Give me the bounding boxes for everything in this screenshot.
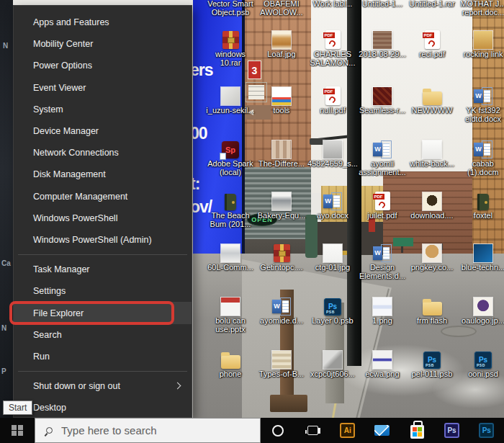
desktop-icon-adobe-spark-local[interactable]: SpAdobe Spark (local): [204, 135, 256, 176]
word-icon: W: [356, 135, 408, 158]
desktop-icon-pel-011-psb[interactable]: PsPSBpel-011.psb: [406, 346, 458, 379]
img-icon: [457, 292, 504, 316]
taskbar-photoshop-alt-button[interactable]: Ps: [469, 418, 504, 443]
desktop-icon-cabab-1-docm[interactable]: Wcabab (1).docm: [457, 135, 504, 176]
menu-item-network-connections[interactable]: Network Connections: [14, 142, 192, 164]
desktop-icon-45824659-s[interactable]: 45824659_s...: [307, 135, 359, 169]
menu-item-run[interactable]: Run: [14, 346, 192, 367]
desktop-icon-pngkey-co[interactable]: pngkey.co...: [406, 239, 458, 272]
desktop-icon-60l-comm[interactable]: 60L-Comm...: [204, 239, 256, 272]
img-icon: [307, 239, 359, 262]
taskbar-illustrator-button[interactable]: Ai: [330, 418, 365, 443]
desktop-icon-label: 45824659_s...: [307, 160, 359, 169]
taskbar-mail-button[interactable]: [365, 418, 400, 443]
desktop-icon-bakery-equ[interactable]: Bakery-Equ...: [256, 187, 307, 220]
desktop-icon-ayomii-assignment[interactable]: Wayomii assignment...: [356, 135, 408, 176]
menu-item-device-manager[interactable]: Device Manager: [14, 120, 192, 142]
desktop-icon-obafemi-awolow[interactable]: OBAFEMI AWOLOW...: [256, 0, 307, 17]
desktop-icon-ooni-psd[interactable]: PsPSDooni.psd: [457, 346, 504, 379]
desktop-icon-label: blue-techn...: [457, 264, 504, 272]
desktop-icon-xcpc0jt606[interactable]: xcpc0jt606...: [307, 346, 359, 379]
taskbar-microsoft-store-button[interactable]: [400, 418, 434, 443]
pdf-icon: PDF: [406, 26, 458, 49]
taskbar-cortana-button[interactable]: [261, 418, 295, 443]
menu-item-disk-management[interactable]: Disk Management: [14, 164, 192, 185]
desktop-icon-seamless-r[interactable]: Seamless-r...: [356, 82, 408, 115]
desktop-icon-foxtel[interactable]: foxtel: [457, 187, 504, 220]
chevron-right-icon: [174, 382, 181, 390]
desktop-icon-rocking-link[interactable]: rocking link: [457, 26, 504, 59]
desktop-icon-ayo-docx[interactable]: Wayo.docx: [307, 187, 359, 220]
start-button[interactable]: [0, 418, 35, 443]
ps-icon: PsPSB: [307, 292, 359, 316]
desktop-icon-label: 2018-08-29...: [356, 50, 408, 59]
menu-item-computer-management[interactable]: Computer Management: [14, 186, 192, 207]
pdf-icon: PDF: [307, 26, 359, 49]
desktop-icon-the-differe[interactable]: The-Differe...: [256, 135, 307, 169]
desktop-icon-blue-techn[interactable]: blue-techn...: [457, 239, 504, 272]
desktop-icon-juilet-pdf[interactable]: PDFjuilet.pdf: [356, 187, 408, 220]
menu-item-windows-powershell-admin[interactable]: Windows PowerShell (Admin): [14, 229, 192, 251]
desktop-icon-ayomide-d[interactable]: Wayomide.d...: [256, 292, 307, 326]
desktop-icon-work-labl[interactable]: Work labl...: [307, 0, 359, 9]
menu-item-shut-down-or-sign-out[interactable]: Shut down or sign out: [14, 375, 192, 397]
desktop-icon-1-png[interactable]: 1.png: [356, 292, 408, 326]
menu-item-task-manager[interactable]: Task Manager: [14, 259, 192, 280]
desktop-icon-loaf-jpg[interactable]: Loaf.jpg: [256, 26, 307, 59]
desktop-icon-i-uzun-sekil[interactable]: i_uzun-sekil...: [204, 82, 256, 115]
menu-item-file-explorer[interactable]: File Explorer: [14, 302, 192, 323]
desktop-icon-yk-fst392-eidtd-docx[interactable]: WYK fst392 eidtd.docx: [457, 82, 504, 123]
desktop-icon-download[interactable]: download....: [406, 187, 458, 220]
desktop-icon-phone[interactable]: phone: [204, 346, 256, 379]
desktop-icon-getintopc[interactable]: Getintopc....: [256, 239, 307, 272]
desktop-icon-windows-10-rar[interactable]: windows 10.rar: [204, 26, 256, 67]
taskbar-search-box[interactable]: [35, 418, 261, 443]
menu-item-windows-powershell[interactable]: Windows PowerShell: [14, 207, 192, 229]
desktop-icon-frm-flash[interactable]: frm flash: [406, 292, 458, 326]
search-input[interactable]: [60, 424, 260, 437]
desktop-icon-ctg-01-jpg[interactable]: ctg-01.jpg: [307, 239, 359, 272]
menu-item-label: Device Manager: [33, 126, 99, 136]
book-icon: [457, 187, 504, 210]
menu-item-system[interactable]: System: [14, 99, 192, 120]
desktop-icon-vector-smart-object-psb[interactable]: Vector Smart Object.psb: [204, 0, 256, 17]
desktop-icon-label: rocking link: [457, 50, 504, 59]
desktop-icon-oaulogo-jp[interactable]: oaulogo.jp...: [457, 292, 504, 326]
desktop-icon-white-back[interactable]: white-back...: [406, 135, 458, 169]
desktop-icon-newwww[interactable]: NEWWWW: [406, 82, 458, 115]
desktop-icon-charles-salamon[interactable]: PDFCHARLES SALAMON...: [307, 26, 359, 67]
desktop-icon-layer-0-psb[interactable]: PsPSBLayer 0.psb: [307, 292, 359, 326]
desktop-icon-types-of-b[interactable]: Types-of-B...: [256, 346, 307, 379]
desktop-icon-2018-08-29[interactable]: 2018-08-29...: [356, 26, 408, 59]
microsoft-store-icon: [410, 425, 424, 439]
img-icon: [256, 346, 307, 369]
desktop-icon-label: ayomii assignment...: [356, 160, 408, 176]
taskbar-task-view-button[interactable]: [295, 418, 330, 443]
desktop-icon-design-elements-d[interactable]: WDesign Elements.d...: [356, 239, 408, 280]
menu-item-apps-and-features[interactable]: Apps and Features: [14, 12, 192, 33]
desktop-icon-null-pdf[interactable]: PDFnull.pdf: [307, 82, 359, 115]
word-icon: W: [307, 187, 359, 210]
menu-item-search[interactable]: Search: [14, 324, 192, 346]
menu-item-settings[interactable]: Settings: [14, 280, 192, 302]
desktop-icon-label: ayomide.d...: [256, 317, 307, 326]
menu-item-mobility-center[interactable]: Mobility Center: [14, 33, 192, 55]
img-icon: [356, 26, 408, 49]
menu-item-label: Task Manager: [33, 264, 90, 274]
desktop-icon-label: bolu can use.pptx: [204, 317, 256, 334]
desktop-icon-bolu-can-use-pptx[interactable]: bolu can use.pptx: [204, 292, 256, 334]
desktop-icon-untitled-1-rar[interactable]: Untitled-1.rar: [406, 0, 458, 9]
desktop-icon-mothat-j-report-doc[interactable]: MOTHAT J... report.doc...: [457, 0, 504, 17]
menu-item-power-options[interactable]: Power Options: [14, 55, 192, 76]
menu-item-event-viewer[interactable]: Event Viewer: [14, 77, 192, 99]
menu-item-desktop[interactable]: Desktop: [14, 397, 192, 419]
illustrator-icon: Ai: [340, 423, 355, 438]
desktop-icon-ecwa-png[interactable]: ecwa.png: [356, 346, 408, 379]
desktop-icon-untitled-1[interactable]: Untitled-1...: [356, 0, 408, 9]
desktop-icon-the-beach-bum-201[interactable]: The Beach Bum (201...: [204, 187, 256, 228]
taskbar-photoshop-button[interactable]: Ps: [434, 418, 469, 443]
desktop-icon-tools[interactable]: tools: [256, 82, 307, 115]
desktop-icon-reci-pdf[interactable]: PDFreci.pdf: [406, 26, 458, 59]
folder-icon: [406, 82, 458, 105]
menu-item-label: Power Options: [33, 61, 92, 71]
